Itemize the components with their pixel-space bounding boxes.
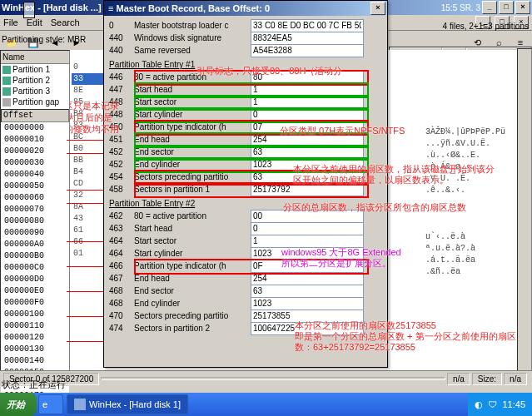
offset-value: 00000060: [2, 192, 67, 204]
ann-hex-1: 主引导区只是本记录: [70, 100, 119, 112]
tree-item[interactable]: Partition 1: [1, 64, 69, 75]
system-tray[interactable]: ◐ 🛡 11:45: [468, 393, 532, 416]
row-value-input[interactable]: [251, 83, 364, 97]
app-title: WinHex - [Hard disk ...]: [2, 2, 102, 12]
mbr-row: 448 Start sector: [109, 96, 382, 108]
close-button[interactable]: ×: [515, 1, 530, 14]
mbr-row: 447 Start head: [109, 83, 382, 96]
row-label: End cylinder: [134, 299, 251, 308]
maximize-button[interactable]: □: [499, 1, 514, 14]
offset-value: 00000070: [2, 204, 67, 215]
mbr-row: 468 End cylinder: [109, 297, 382, 310]
offset-header[interactable]: Offset: [1, 109, 69, 122]
menu-edit[interactable]: Edit: [27, 17, 42, 27]
mbr-row: 440 Windows disk signature: [109, 32, 382, 44]
row-label: Start cylinder: [134, 110, 251, 119]
tree-item[interactable]: Partition 3: [1, 86, 69, 97]
offset-value: 00000140: [2, 355, 67, 367]
offset-value: 00000050: [2, 181, 67, 192]
row-label: Start cylinder: [134, 249, 251, 258]
row-value-input[interactable]: [251, 285, 364, 298]
status-size: Size:: [472, 373, 502, 385]
offset-value: 00000030: [2, 157, 67, 169]
row-offset: 468: [109, 299, 134, 308]
row-value-input[interactable]: [251, 44, 364, 57]
start-button[interactable]: 开始: [0, 393, 37, 416]
menu-search[interactable]: Search: [51, 17, 80, 27]
mbr-row: 463 Start head: [109, 222, 382, 235]
row-offset: 447: [109, 85, 134, 94]
row-value-input[interactable]: [251, 19, 364, 32]
task-winhex[interactable]: WinHex - [Hard disk 1]: [67, 394, 188, 414]
row-offset: 440: [109, 33, 134, 42]
offset-value: 000000B0: [2, 250, 67, 262]
mbr-close-button[interactable]: ×: [370, 2, 385, 15]
row-offset: 452: [109, 160, 134, 169]
status-na2: n/a: [504, 373, 527, 385]
tray-clock: 11:45: [502, 399, 525, 409]
winhex-icon: [74, 399, 86, 410]
row-offset: 452: [109, 147, 134, 156]
row-offset: 446: [109, 72, 134, 82]
row-value-input[interactable]: [251, 32, 364, 45]
mbr-row: 448 Start cylinder: [109, 108, 382, 121]
row-label: Same reversed: [134, 46, 251, 55]
offset-value: 000000D0: [2, 274, 67, 285]
row-value-input[interactable]: [251, 146, 364, 159]
row-offset: 451: [109, 135, 134, 144]
ann-preceding2: 区开始之间的偏移量，以扇区数表示。: [293, 174, 449, 186]
quicklaunch-ie-icon[interactable]: e: [38, 394, 63, 414]
row-label: Windows disk signature: [134, 33, 251, 42]
tree-header[interactable]: Name: [1, 51, 69, 64]
clock-top: 15:5 SR. 3: [441, 3, 480, 12]
tray-icon[interactable]: ◐: [475, 399, 483, 410]
mouse-cursor: [23, 2, 35, 18]
tray-icon[interactable]: 🛡: [488, 399, 497, 409]
gap-icon: [2, 98, 11, 106]
row-label: End cylinder: [134, 160, 251, 169]
offset-value: 000000F0: [2, 297, 67, 309]
offset-value: 00000100: [2, 309, 67, 320]
row-value-input[interactable]: [251, 222, 364, 235]
row-value-input[interactable]: [251, 272, 364, 285]
row-offset: 0: [109, 21, 134, 30]
tree-item[interactable]: Partition gap: [1, 97, 69, 107]
row-offset: 440: [109, 46, 134, 55]
minimize-button[interactable]: _: [482, 1, 497, 14]
mbr-row: 452 End sector: [109, 146, 382, 158]
row-offset: 464: [109, 249, 134, 258]
row-offset: 466: [109, 261, 134, 270]
mbr-row: 464 Start sector: [109, 235, 382, 247]
status-running: 状态：正在运行: [2, 379, 66, 391]
row-label: Master bootstrap loader c: [134, 21, 251, 30]
menu-file[interactable]: File: [3, 17, 18, 27]
row-offset: 467: [109, 274, 134, 283]
taskbar: 开始 e WinHex - [Hard disk 1] ◐ 🛡 11:45: [0, 393, 532, 416]
row-label: End head: [134, 274, 251, 283]
scrollbar[interactable]: [517, 48, 532, 371]
row-label: Sectors in partition 2: [134, 324, 251, 333]
mbr-titlebar[interactable]: ≡ Master Boot Record, Base Offset: 0 ×: [104, 1, 387, 16]
row-label: Partition type indicator (h: [134, 122, 251, 131]
mbr-title: Master Boot Record, Base Offset: 0: [116, 3, 270, 13]
row-offset: 474: [109, 324, 134, 333]
tree-item[interactable]: Partition 2: [1, 75, 69, 86]
offset-value: 000000A0: [2, 239, 67, 250]
row-label: 80 = active partition: [134, 211, 251, 220]
row-offset: 468: [109, 286, 134, 295]
row-value-input[interactable]: [251, 96, 364, 109]
offset-value: 00000110: [2, 320, 67, 332]
ann-win95b: 所以第二分区是扩展分区。: [281, 257, 391, 270]
partition-icon: [2, 77, 11, 85]
row-offset: 454: [109, 172, 134, 181]
row-value-input[interactable]: [251, 108, 364, 121]
row-label: Sectors preceding partitio: [134, 172, 251, 181]
partition-icon: [2, 87, 11, 96]
ann-boot-flag: 引导标志，只接受00、80H（活动分: [196, 65, 342, 77]
row-label: Start head: [134, 85, 251, 94]
ann-part-type: 分区类型 07H表示NPFS/NTFS: [280, 125, 405, 137]
mbr-row: 468 End sector: [109, 285, 382, 297]
row-value-input[interactable]: [251, 297, 364, 310]
row-label: Start sector: [134, 236, 251, 245]
offset-value: 00000130: [2, 344, 67, 355]
